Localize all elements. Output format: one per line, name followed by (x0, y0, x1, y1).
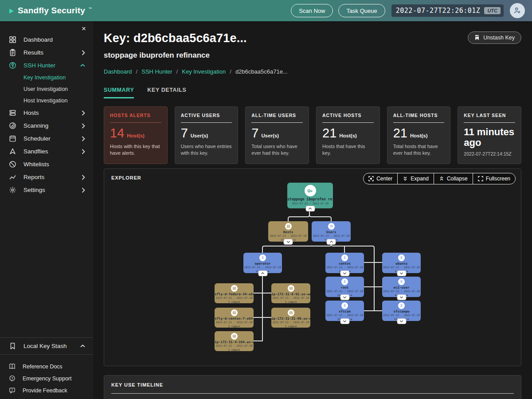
stat-card-key-last-seen[interactable]: KEY LAST SEEN 11 minutes ago 2022-07-27T… (458, 106, 521, 164)
sidebar-item-hosts[interactable]: Hosts (0, 106, 93, 119)
sidebar-item-local-key-stash[interactable]: Local Key Stash (0, 337, 93, 355)
chevron-right-icon (82, 149, 85, 154)
stat-card-active-hosts[interactable]: ACTIVE HOSTS 21Host(s) Hosts that have t… (316, 106, 380, 164)
sidebar-label: Local Key Stash (23, 343, 67, 349)
graph-node-centos[interactable]: centos 2022-07-23 - 2022-07-28 1 host⊕ (325, 253, 364, 273)
sidebar-item-settings[interactable]: Settings (0, 184, 93, 196)
graph-node-ec2-user[interactable]: ec2-user 2022-07-23 - 2022-07-28 4 hosts… (382, 277, 421, 297)
stat-card-all-time-users[interactable]: ALL-TIME USERS 7User(s) Total users who … (245, 106, 309, 164)
sidebar-item-scanning[interactable]: Scanning (0, 119, 93, 132)
sidebar-item-scheduler[interactable]: Scheduler (0, 132, 93, 145)
task-queue-button[interactable]: Task Queue (338, 4, 385, 17)
tab-key-details[interactable]: KEY DETAILS (147, 87, 186, 98)
graph-node-hosts-group[interactable]: Hosts 2022-07-23 - 2022-07-28 21 hosts⊕ (268, 221, 308, 242)
book-icon (9, 363, 16, 370)
breadcrumb-dashboard[interactable]: Dashboard (104, 68, 132, 75)
expand-node-button[interactable] (340, 318, 349, 324)
clipboard-icon (9, 49, 16, 56)
stat-value: 7 (251, 127, 258, 140)
sidebar-item-key-investigation[interactable]: Key Investigation (0, 72, 93, 83)
sidebar-label: Results (23, 49, 43, 56)
slash-circle-icon (9, 160, 16, 168)
topbar: Sandfly Security ™ Scan Now Task Queue 2… (0, 0, 532, 21)
expand-node-button[interactable] (397, 294, 406, 300)
graph-node-users-group[interactable]: Users 2022-07-23 - 2022-07-28 7 users⊕ (312, 221, 351, 242)
sidebar-item-emergency-support[interactable]: ? Emergency Support (0, 372, 93, 384)
graph-node-ip-172-31-31-98[interactable]: ip-172-31-31-98.us-we… 2022-07-23 - 2022… (271, 308, 310, 328)
sidebar-label: Scheduler (23, 135, 51, 142)
sidebar-item-sandflies[interactable]: Sandflies (0, 145, 93, 158)
stat-card-active-users[interactable]: ACTIVE USERS 7User(s) Users who have ent… (175, 106, 239, 164)
breadcrumb: Dashboard / SSH Hunter / Key Investigati… (104, 68, 521, 75)
expand-node-button[interactable] (340, 270, 349, 276)
graph-node-root[interactable]: root 2022-07-23 - 2022-07-28 21 hosts⊕ (325, 277, 364, 297)
user-icon (398, 302, 405, 309)
breadcrumb-key-investigation[interactable]: Key Investigation (182, 68, 226, 75)
chevron-right-icon (82, 110, 85, 116)
collapse-node-button[interactable] (305, 206, 315, 211)
brand-logo: Sandfly Security ™ (9, 6, 92, 16)
sidebar-item-user-investigation[interactable]: User Investigation (0, 83, 93, 95)
expand-node-button[interactable] (397, 270, 406, 276)
sidebar-label: Emergency Support (23, 376, 71, 382)
key-friendly-name: stoppage ibuprofen refinance (104, 51, 521, 60)
expand-node-button[interactable] (397, 318, 406, 324)
breadcrumb-ssh-hunter[interactable]: SSH Hunter (141, 68, 172, 75)
zoom-plus-icon: ⊕ (407, 293, 408, 297)
stat-value: 21 (322, 127, 336, 140)
zoom-plus-icon: ⊕ (268, 270, 270, 273)
tab-summary[interactable]: SUMMARY (104, 87, 134, 98)
sidebar-item-reference-docs[interactable]: Reference Docs (0, 360, 93, 372)
sidebar-item-whitelists[interactable]: Whitelists (0, 158, 93, 171)
sidebar-label: Settings (23, 187, 45, 193)
server-icon (231, 309, 238, 316)
brand-name: Sandfly Security (18, 6, 85, 16)
chevron-right-icon (82, 188, 85, 193)
sidebar-item-results[interactable]: Results (0, 46, 93, 59)
help-circle-icon: ? (9, 375, 16, 382)
sidebar-item-ssh-hunter[interactable]: SSH Hunter (0, 59, 93, 72)
chevron-right-icon (82, 50, 85, 55)
sidebar-label: Whitelists (23, 161, 49, 168)
unstash-bookmark-icon (474, 35, 480, 41)
zoom-plus-icon: ⊕ (294, 238, 296, 241)
sidebar-label: Reports (23, 174, 44, 180)
sidebar-item-host-investigation[interactable]: Host Investigation (0, 95, 93, 106)
sidebar-item-reports[interactable]: Reports (0, 171, 93, 184)
graph-node-operator[interactable]: operator 2022-07-23 - 2022-07-28 5 hosts… (243, 253, 282, 273)
server-icon (231, 333, 238, 340)
collapse-node-button[interactable] (258, 270, 267, 276)
user-settings-avatar[interactable] (510, 3, 525, 18)
stat-card-all-time-hosts[interactable]: ALL-TIME HOSTS 21Host(s) Total hosts tha… (387, 106, 451, 164)
graph-node-ip-172-31-0-92[interactable]: ip-172-31-0-92.us-wes… 2022-07-23 - 2022… (271, 283, 310, 303)
graph-node-key[interactable]: stoppage ibuprofen ref… 2022-07-23 - 202… (287, 183, 333, 208)
graph-node-sfly-d-fedora-34-x64[interactable]: sfly-d-fedora-34-x64 … 2022-07-23 - 2022… (215, 283, 254, 303)
chevron-right-icon (82, 123, 85, 129)
sidebar-label: Provide Feedback (23, 387, 67, 394)
trend-chart-icon (9, 173, 16, 181)
expand-node-button[interactable] (340, 294, 349, 300)
scan-now-button[interactable]: Scan Now (291, 4, 333, 17)
close-icon[interactable]: × (82, 25, 86, 32)
graph-node-ip-172-31-4-194[interactable]: ip-172-31-4-194.us-we… 2022-07-23 - 2022… (215, 331, 254, 351)
stat-card-hosts-alerts[interactable]: HOSTS ALERTS 14Host(s) Hosts with this k… (104, 106, 168, 164)
expand-node-button[interactable] (284, 239, 293, 245)
stat-cards: HOSTS ALERTS 14Host(s) Hosts with this k… (104, 106, 521, 164)
ssh-hunter-icon (9, 62, 16, 69)
graph-node-ubuntu[interactable]: ubuntu 2022-07-23 - 2022-07-28 3 hosts⊕ (382, 253, 421, 273)
graph-node-sfscan[interactable]: sfscan 2022-07-23 - 2022-07-28 12 hosts⊕ (325, 301, 364, 321)
zoom-plus-icon: ⊕ (295, 325, 297, 328)
zoom-plus-icon: ⊕ (351, 293, 352, 297)
graph-node-sfly-d-centos-7-x64[interactable]: sfly-d-centos-7-x64 (… 2022-07-23 - 2022… (215, 308, 254, 328)
gear-icon (9, 186, 16, 194)
graph-node-sfscanpw[interactable]: sfscanpw 2022-07-23 - 2022-07-28 12 host… (382, 301, 421, 321)
server-icon (285, 223, 292, 230)
sidebar-item-dashboard[interactable]: Dashboard (0, 33, 93, 46)
collapse-node-button[interactable] (327, 239, 336, 245)
zoom-plus-icon: ⊕ (351, 317, 352, 321)
tab-bar: SUMMARY KEY DETAILS (104, 87, 521, 98)
unstash-key-button[interactable]: Unstash Key (468, 31, 521, 44)
sidebar-item-provide-feedback[interactable]: ! Provide Feedback (0, 384, 93, 396)
user-icon (341, 254, 348, 261)
key-use-timeline-panel: KEY USE TIMELINE (104, 375, 521, 399)
